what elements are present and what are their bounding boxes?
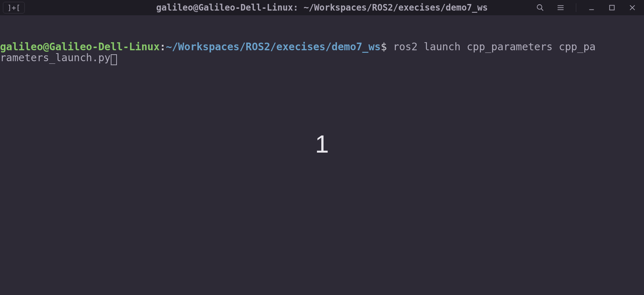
prompt-line: galileo@Galileo-Dell-Linux:~/Workspaces/… bbox=[0, 19, 644, 86]
titlebar: ]+[ galileo@Galileo-Dell-Linux: ~/Worksp… bbox=[0, 0, 644, 15]
minimize-icon[interactable] bbox=[586, 3, 597, 13]
prompt-dollar: $ bbox=[381, 41, 393, 53]
hamburger-menu-icon[interactable] bbox=[555, 3, 566, 13]
cursor-icon bbox=[111, 54, 117, 65]
prompt-user-host: galileo@Galileo-Dell-Linux bbox=[0, 41, 160, 53]
search-icon[interactable] bbox=[535, 3, 545, 13]
svg-point-0 bbox=[537, 5, 542, 9]
window-title: galileo@Galileo-Dell-Linux: ~/Workspaces… bbox=[156, 3, 488, 13]
new-tab-button[interactable]: ]+[ bbox=[3, 2, 25, 13]
maximize-icon[interactable] bbox=[607, 3, 617, 13]
close-icon[interactable] bbox=[627, 3, 637, 13]
svg-line-1 bbox=[541, 9, 543, 11]
workspace-indicator: 1 bbox=[315, 130, 329, 158]
terminal-area[interactable]: galileo@Galileo-Dell-Linux:~/Workspaces/… bbox=[0, 15, 644, 86]
prompt-cwd: ~/Workspaces/ROS2/execises/demo7_ws bbox=[166, 41, 381, 53]
new-tab-label: ]+[ bbox=[7, 3, 20, 12]
titlebar-divider bbox=[576, 3, 576, 12]
svg-rect-6 bbox=[610, 5, 614, 10]
command-text-row1: ros2 launch cpp_parameters cpp_pa bbox=[393, 41, 596, 53]
prompt-colon: : bbox=[160, 41, 166, 53]
command-text-row2: rameters_launch.py bbox=[0, 52, 110, 64]
titlebar-controls bbox=[535, 3, 641, 13]
